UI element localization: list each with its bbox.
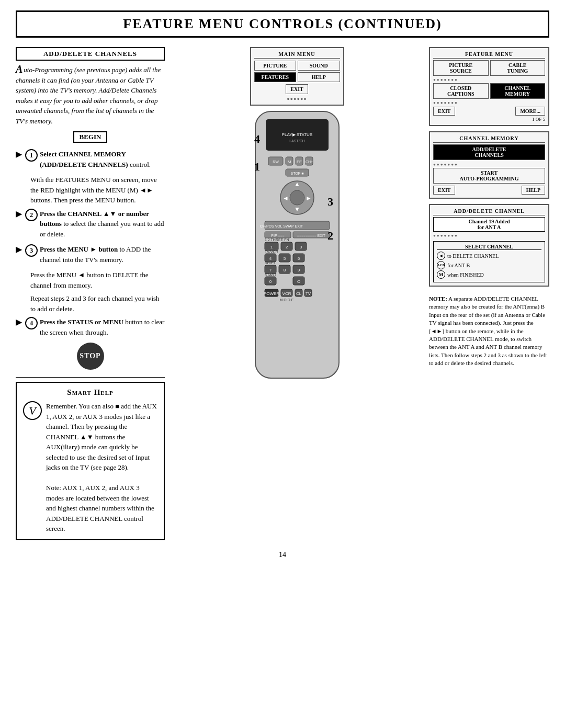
step-3: ▶ 3 Press the MENU ► button to ADD the c… <box>16 244 165 265</box>
svg-text:8: 8 <box>283 268 286 272</box>
page-header: Feature Menu Controls (Continued) <box>16 10 549 38</box>
divider <box>16 377 165 378</box>
svg-point-17 <box>290 190 304 205</box>
svg-text:O: O <box>297 279 300 284</box>
svg-text:PLAY▶ STATUS: PLAY▶ STATUS <box>281 132 312 137</box>
smart-help-box: Smart Help V Remember. You can also ■ ad… <box>16 382 165 540</box>
main-menu-label: MAIN MENU <box>254 51 340 59</box>
svg-text:FF: FF <box>297 160 302 164</box>
step-1-content: Select CHANNEL MEMORY(ADD/DELETE CHANNEL… <box>40 149 165 169</box>
svg-text:2: 2 <box>285 245 288 249</box>
main-menu-exit: EXIT <box>286 84 308 94</box>
step-1-strong: Select CHANNEL MEMORY(ADD/DELETE CHANNEL… <box>40 150 128 168</box>
step-4-strong: Press the STATUS or MENU <box>40 318 123 326</box>
svg-text:0: 0 <box>269 279 272 284</box>
intro-text: A uto-Programming (see previous page) ad… <box>16 65 165 126</box>
step-1: ▶ 1 Select CHANNEL MEMORY(ADD/DELETE CHA… <box>16 149 165 169</box>
svg-text:TV/VCR: TV/VCR <box>265 250 278 254</box>
stop-badge: STOP <box>77 343 104 370</box>
svg-text:STOP ■: STOP ■ <box>290 172 303 175</box>
step-2-strong: Press the CHANNEL ▲▼ or number buttons <box>40 210 149 228</box>
step-3-sub1: Press the MENU ◄ button to DELETE the ch… <box>16 270 165 290</box>
channel-memory-label: CHANNEL MEMORY <box>433 135 545 143</box>
main-menu-features: FEATURES <box>254 72 297 82</box>
step-2: ▶ 2 Press the CHANNEL ▲▼ or number butto… <box>16 209 165 240</box>
step-4-arrow: ▶ <box>16 317 22 327</box>
left-column: ADD/DELETE CHANNELS A uto-Programming (s… <box>16 47 165 540</box>
step-4-content: Press the STATUS or MENU button to clear… <box>40 317 165 337</box>
step-2-content: Press the CHANNEL ▲▼ or number buttons t… <box>40 209 165 240</box>
feature-channel-memory: CHANNELMEMORY <box>490 83 546 99</box>
feature-menu-more: MORE... <box>515 107 545 116</box>
step-3-arrow: ▶ <box>16 244 22 254</box>
channel-memory-box: CHANNEL MEMORY ADD/DELETECHANNELS ●●●●●●… <box>429 131 549 199</box>
svg-text:◄: ◄ <box>282 195 289 202</box>
step-3-strong: Press the MENU ► button <box>40 245 118 253</box>
page-title: Feature Menu Controls (Continued) <box>28 16 537 32</box>
svg-text:6: 6 <box>297 256 300 261</box>
svg-text:M O D E: M O D E <box>279 298 293 302</box>
main-menu-dots: ●●●●●● <box>254 96 340 101</box>
svg-text:►: ► <box>306 195 312 202</box>
svg-text:5: 5 <box>283 256 286 261</box>
smart-help-content: V Remember. You can also ■ add the AUX 1… <box>23 401 157 534</box>
delete-icon: ◄ <box>437 252 445 260</box>
svg-text:3: 3 <box>299 245 302 249</box>
svg-text:7: 7 <box>269 268 272 272</box>
feature-picture-source: PICTURESOURCE <box>433 60 489 76</box>
feature-menu-box: FEATURE MENU PICTURESOURCE CABLETUNING ●… <box>429 47 549 126</box>
acb-icon: ACB <box>437 261 445 269</box>
svg-text:1: 1 <box>254 160 260 173</box>
svg-text:RW: RW <box>273 160 279 164</box>
channel-added-badge: Channel 19 Added for ANT A <box>433 217 545 232</box>
svg-text:1 2 THREE FN: 1 2 THREE FN <box>265 238 289 242</box>
feature-cable-tuning: CABLETUNING <box>490 60 546 76</box>
step-3-num: 3 <box>25 244 38 257</box>
svg-text:▼: ▼ <box>294 206 300 213</box>
feature-menu-label: FEATURE MENU <box>433 51 545 59</box>
svg-text:START: START <box>265 273 277 277</box>
svg-text:========= EXIT: ========= EXIT <box>297 234 325 237</box>
svg-text:CH+: CH+ <box>305 160 312 164</box>
feature-closed-captions: CLOSEDCAPTIONS <box>433 83 489 99</box>
main-menu-sound: SOUND <box>298 61 340 71</box>
help-icon: V <box>23 401 42 420</box>
smart-help-text: Remember. You can also ■ add the AUX 1, … <box>46 401 157 534</box>
page-number: 14 <box>16 551 549 559</box>
svg-text:PIP ===: PIP === <box>271 234 284 237</box>
svg-text:POWER: POWER <box>263 291 279 296</box>
svg-text:M: M <box>287 160 291 164</box>
feature-menu-page: 1 OF 5 <box>433 117 545 122</box>
svg-text:4: 4 <box>254 132 260 145</box>
note-content: A separate ADD/DELETE CHANNEL memory may… <box>429 295 547 366</box>
note-text: NOTE: A separate ADD/DELETE CHANNEL memo… <box>429 295 549 368</box>
step-4-num: 4 <box>25 317 38 329</box>
note-label: NOTE: <box>429 295 447 302</box>
svg-text:▲: ▲ <box>294 180 300 188</box>
channel-memory-add-delete: ADD/DELETECHANNELS <box>433 144 545 160</box>
svg-text:LAST/CH: LAST/CH <box>289 139 305 143</box>
channel-memory-help: HELP <box>522 186 545 195</box>
main-menu-box: MAIN MENU PICTURE SOUND FEATURES HELP EX… <box>250 47 344 106</box>
delete-channel-row: ◄ to DELETE CHANNEL <box>437 252 541 260</box>
svg-text:TV: TV <box>305 291 311 296</box>
svg-text:SHIFT: SHIFT <box>265 261 276 265</box>
feature-menu-row2: CLOSEDCAPTIONS CHANNELMEMORY <box>433 83 545 99</box>
finished-row: M when FINISHED <box>437 270 541 279</box>
main-menu-items: PICTURE SOUND FEATURES HELP <box>254 61 340 82</box>
select-channel-title: SELECT CHANNEL <box>437 244 541 250</box>
step-4: ▶ 4 Press the STATUS or MENU button to c… <box>16 317 165 337</box>
step-2-num: 2 <box>25 209 38 221</box>
middle-column: MAIN MENU PICTURE SOUND FEATURES HELP EX… <box>174 47 420 540</box>
m-icon: M <box>437 270 445 279</box>
step-1-num: 1 <box>25 149 38 162</box>
channel-memory-exit: EXIT <box>433 186 455 195</box>
step-1-arrow: ▶ <box>16 149 22 159</box>
main-menu-help: HELP <box>298 72 340 82</box>
svg-text:CH/POS VOL SWAP EXIT: CH/POS VOL SWAP EXIT <box>259 224 303 228</box>
smart-help-title: Smart Help <box>23 388 157 397</box>
feature-menu-row1: PICTURESOURCE CABLETUNING <box>433 60 545 76</box>
add-delete-channel-box: ADD/DELETE CHANNEL Channel 19 Added for … <box>429 204 549 287</box>
svg-text:3: 3 <box>327 195 333 208</box>
svg-text:CL: CL <box>296 291 301 296</box>
